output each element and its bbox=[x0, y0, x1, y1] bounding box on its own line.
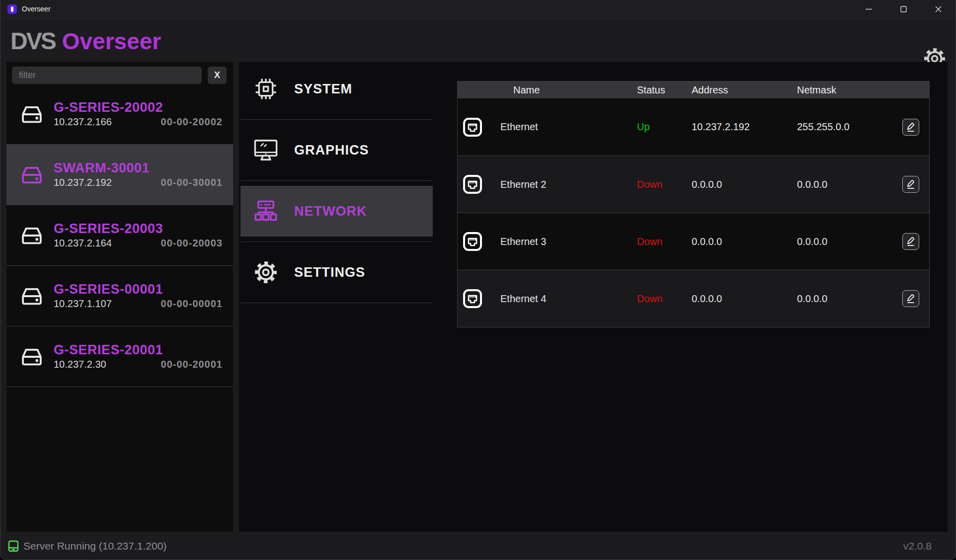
cell-address: 0.0.0.0 bbox=[692, 179, 797, 190]
column-header-status: Status bbox=[637, 84, 692, 96]
device-sidebar: X G-SERIES-20002 10.237.2.166 00-00-2000… bbox=[6, 62, 233, 532]
filter-input[interactable] bbox=[12, 67, 202, 84]
cell-name: Ethernet bbox=[500, 121, 637, 133]
minimize-icon bbox=[866, 6, 872, 12]
status-bar: Server Running (10.237.1.200) v2.0.8 bbox=[0, 532, 956, 560]
app-version: v2.0.8 bbox=[903, 540, 932, 552]
pencil-icon bbox=[905, 293, 916, 304]
nav-label: GRAPHICS bbox=[294, 143, 369, 158]
column-header-netmask: Netmask bbox=[797, 84, 895, 96]
device-item-swarm-30001[interactable]: SWARM-30001 10.237.2.192 00-00-30001 bbox=[6, 145, 233, 205]
table-header: Name Status Address Netmask bbox=[458, 81, 929, 98]
device-text: SWARM-30001 10.237.2.192 00-00-30001 bbox=[54, 161, 223, 189]
pencil-icon bbox=[905, 122, 916, 133]
device-name: G-SERIES-20002 bbox=[54, 100, 223, 115]
device-id: 00-00-20003 bbox=[161, 238, 223, 249]
clear-filter-button[interactable]: X bbox=[208, 67, 227, 84]
device-text: G-SERIES-20003 10.237.2.164 00-00-20003 bbox=[54, 222, 223, 249]
nav-item-network[interactable]: NETWORK bbox=[240, 186, 433, 237]
device-item-g-series-20002[interactable]: G-SERIES-20002 10.237.2.166 00-00-20002 bbox=[6, 84, 233, 145]
gear-icon bbox=[253, 260, 278, 285]
close-button[interactable] bbox=[921, 0, 956, 18]
cpu-icon bbox=[253, 77, 278, 101]
minimize-button[interactable] bbox=[851, 0, 886, 18]
nav-label: SYSTEM bbox=[294, 81, 352, 97]
device-name: G-SERIES-00001 bbox=[54, 282, 223, 297]
device-name: G-SERIES-20003 bbox=[54, 222, 223, 237]
device-id: 00-00-30001 bbox=[161, 177, 223, 188]
cell-netmask: 0.0.0.0 bbox=[797, 179, 895, 190]
ethernet-port-icon bbox=[463, 174, 482, 194]
maximize-button[interactable] bbox=[886, 0, 921, 18]
server-online-icon bbox=[7, 540, 19, 552]
nav-item-system[interactable]: SYSTEM bbox=[240, 64, 433, 114]
cell-name: Ethernet 3 bbox=[500, 236, 637, 247]
nav-separator bbox=[240, 303, 433, 303]
brand-logo-appname: Overseer bbox=[62, 27, 161, 54]
cell-name: Ethernet 4 bbox=[500, 293, 637, 305]
device-name: G-SERIES-20001 bbox=[54, 343, 223, 358]
device-item-g-series-20003[interactable]: G-SERIES-20003 10.237.2.164 00-00-20003 bbox=[6, 205, 233, 266]
device-text: G-SERIES-20002 10.237.2.166 00-00-20002 bbox=[54, 100, 223, 128]
brand-logo-dvs: DVS bbox=[10, 27, 55, 54]
server-drive-icon bbox=[20, 225, 43, 246]
device-item-g-series-00001[interactable]: G-SERIES-00001 10.237.1.107 00-00-00001 bbox=[6, 266, 233, 326]
device-name: SWARM-30001 bbox=[54, 161, 223, 176]
nav-separator bbox=[240, 119, 433, 120]
device-list: G-SERIES-20002 10.237.2.166 00-00-20002 … bbox=[6, 84, 233, 387]
edit-interface-button[interactable] bbox=[902, 233, 919, 250]
brand-logo: DVS Overseer bbox=[10, 27, 161, 54]
server-drive-icon bbox=[20, 286, 43, 307]
device-item-g-series-20001[interactable]: G-SERIES-20001 10.237.2.30 00-00-20001 bbox=[6, 326, 233, 387]
device-ip: 10.237.2.30 bbox=[54, 359, 106, 370]
nav-separator bbox=[240, 180, 433, 181]
cell-status: Down bbox=[637, 293, 692, 305]
device-text: G-SERIES-00001 10.237.1.107 00-00-00001 bbox=[54, 282, 223, 310]
cell-status: Up bbox=[637, 121, 692, 133]
cell-netmask: 0.0.0.0 bbox=[797, 293, 895, 305]
column-header-name: Name bbox=[500, 84, 637, 96]
close-icon bbox=[935, 6, 942, 12]
device-ip: 10.237.1.107 bbox=[54, 298, 112, 310]
device-id: 00-00-00001 bbox=[161, 298, 223, 310]
column-header-address: Address bbox=[692, 84, 797, 96]
monitor-icon bbox=[253, 138, 278, 162]
titlebar: Overseer bbox=[0, 0, 956, 18]
section-nav: SYSTEM GRAPHICS NETWORK SE bbox=[240, 64, 433, 308]
ethernet-port-icon bbox=[463, 289, 482, 309]
device-ip: 10.237.2.164 bbox=[54, 238, 112, 249]
device-text: G-SERIES-20001 10.237.2.30 00-00-20001 bbox=[54, 343, 223, 371]
cell-address: 0.0.0.0 bbox=[692, 293, 797, 305]
device-ip: 10.237.2.192 bbox=[54, 177, 112, 188]
filter-row: X bbox=[12, 67, 228, 84]
window-controls bbox=[851, 0, 956, 18]
edit-interface-button[interactable] bbox=[902, 119, 919, 136]
cell-address: 0.0.0.0 bbox=[692, 236, 797, 247]
nav-item-graphics[interactable]: GRAPHICS bbox=[240, 125, 433, 175]
network-interfaces-table: Name Status Address Netmask Ethernet Up … bbox=[457, 81, 930, 327]
pencil-icon bbox=[905, 179, 916, 190]
server-drive-icon bbox=[20, 104, 43, 125]
app-window: Overseer DVS Overseer X bbox=[0, 0, 956, 560]
ethernet-port-icon bbox=[463, 232, 482, 251]
table-row-ethernet-2: Ethernet 2 Down 0.0.0.0 0.0.0.0 bbox=[458, 156, 929, 213]
cell-status: Down bbox=[637, 236, 692, 247]
network-icon bbox=[253, 199, 278, 224]
window-title: Overseer bbox=[22, 5, 51, 13]
table-row-ethernet: Ethernet Up 10.237.2.192 255.255.0.0 bbox=[458, 98, 929, 156]
server-drive-icon bbox=[20, 164, 43, 185]
pencil-icon bbox=[905, 236, 916, 247]
main-panel: SYSTEM GRAPHICS NETWORK SE bbox=[239, 62, 948, 532]
edit-interface-button[interactable] bbox=[902, 176, 919, 193]
app-header: DVS Overseer bbox=[0, 19, 956, 62]
app-logo-icon bbox=[7, 4, 17, 14]
nav-item-settings[interactable]: SETTINGS bbox=[240, 247, 433, 298]
nav-separator bbox=[240, 241, 433, 242]
device-id: 00-00-20002 bbox=[161, 116, 223, 128]
nav-label: NETWORK bbox=[294, 204, 367, 219]
cell-name: Ethernet 2 bbox=[500, 179, 637, 190]
cell-netmask: 0.0.0.0 bbox=[797, 236, 895, 247]
ethernet-port-icon bbox=[463, 117, 482, 137]
edit-interface-button[interactable] bbox=[902, 290, 919, 307]
server-status-text: Server Running (10.237.1.200) bbox=[23, 540, 166, 552]
